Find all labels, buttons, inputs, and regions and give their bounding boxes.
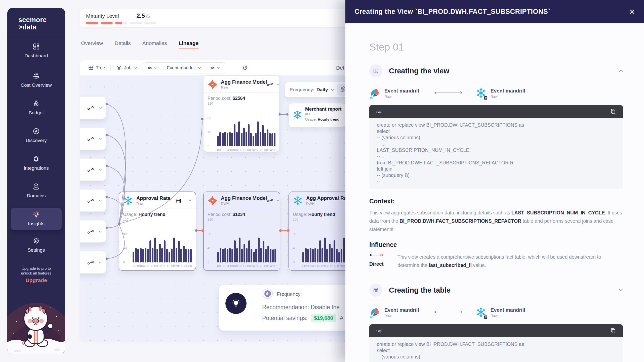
lineage-link-icon [87,137,94,141]
tab-overview[interactable]: Overview [81,40,103,49]
sidebar-item-discovery[interactable]: Discovery [7,127,65,143]
flow-from-label: Event mandrill [384,307,419,313]
node-merchant-report[interactable]: Merchant report KPI Usage: Hourly trend [289,103,346,127]
flow-to-label: Event mandrill [491,88,525,94]
table-badge-icon [484,96,488,100]
metric-value: $1234 [233,212,245,217]
snowflake-icon [293,110,302,119]
collapsed-node[interactable] [80,189,106,212]
copy-icon[interactable] [610,328,616,334]
collapsed-node[interactable] [80,251,106,274]
sidebar-item-dashboard[interactable]: Dashboard [7,43,65,59]
sql-language-label: sql [376,109,610,114]
sidebar-item-cost-overview[interactable]: Cost Overview [7,72,65,88]
snowflake-badge-icon [369,96,373,100]
discovery-icon [32,127,40,135]
collapsed-node[interactable] [80,127,106,150]
chevron-down-icon[interactable] [276,83,280,85]
detail-panel: Creating the View `BI_PROD.DWH.FACT_SUBS… [345,0,644,362]
upgrade-button[interactable]: Upgrade [7,277,65,284]
snowflake-icon [293,196,303,206]
chevron-down-icon[interactable] [99,231,102,233]
savings-trailing-text: A [340,315,343,322]
tab-lineage[interactable]: Lineage [179,40,198,49]
sidebar-item-domains[interactable]: Domains [7,183,65,199]
collapsed-node[interactable] [80,97,106,119]
sidebar-item-insights[interactable]: Insights [11,208,62,230]
tab-anomalies[interactable]: Anomalies [142,40,167,49]
node-title: Agg Finance Model [221,79,267,85]
toolbar-separator [231,65,231,71]
influence-heading: Influence [369,241,623,248]
tree-view-button[interactable]: Tree [88,65,105,71]
node-subtitle: Raw [136,202,176,206]
downstream-depth-dropdown[interactable]: ∞ [206,65,225,71]
chevron-down-icon[interactable] [99,169,102,171]
maturity-segment [86,22,98,24]
chevron-down-icon[interactable] [99,261,102,264]
sidebar-item-integrations[interactable]: Integrations [7,155,65,171]
infinity-icon: ∞ [148,65,152,71]
reset-view-button[interactable]: ↺ [243,65,248,71]
collapsed-node[interactable] [80,158,106,181]
lineage-link-icon[interactable] [267,82,273,87]
node-approval-rate[interactable]: Approval Rate Raw Usage: Hourly trend 12… [119,192,196,271]
copy-icon[interactable] [610,108,616,115]
chevron-down-icon[interactable] [188,199,192,202]
lineage-link-icon [87,230,94,234]
job-label: Job [124,65,131,71]
sidebar-item-label: Settings [7,247,65,253]
details-clipped-label[interactable]: Det [336,65,344,71]
section-title: Creating the view [389,67,619,75]
panel-header: Creating the View `BI_PROD.DWH.FACT_SUBS… [345,0,644,23]
node-agg-finance-model-raw[interactable]: Agg Finance Model Raw Period cost: $2564… [203,75,279,152]
node-agg-finance-model-dwh[interactable]: Agg Finance Model DWH Period cost: $1234… [203,192,280,271]
node-filter-dropdown[interactable]: Event mandrill [162,65,206,71]
chevron-down-icon[interactable] [99,200,102,202]
frequency-value-dropdown[interactable]: Daily [316,87,328,93]
budget-icon [32,100,40,107]
section-creating-the-table: Creating the table Event mandrill Raw [369,284,623,362]
usage-bar-chart: 1208040000:0004:0008:0012:0016:0020:0024… [123,220,192,270]
snowflake-icon [475,307,487,318]
savings-label: Potential savings: [262,315,307,322]
chevron-down-icon[interactable] [619,288,623,292]
flow-arrow-icon [434,91,464,96]
table-badge-icon [484,315,488,319]
frequency-ring-icon [262,288,273,300]
section-creating-the-view: Creating the view Event mandrill Raw [369,64,623,269]
cost-bar-chart: 1208040000:0004:0008:0012:0016:0020:0024… [208,220,276,270]
integrations-icon [32,155,40,163]
lightbulb-icon [225,293,247,314]
app-root: seemore >data DashboardCost OverviewBudg… [0,0,644,362]
table-icon[interactable] [176,198,182,203]
lineage-link-icon[interactable] [267,198,273,203]
chevron-down-icon [198,67,201,69]
logo: seemore >data [7,8,65,31]
close-icon[interactable]: × [629,7,635,17]
tab-details[interactable]: Details [115,40,131,49]
job-dropdown[interactable]: Job [116,65,137,71]
maturity-segment [144,22,156,24]
chevron-down-icon[interactable] [331,89,334,91]
chevron-down-icon[interactable] [99,107,102,109]
toolbar-separator [110,65,111,71]
chevron-down-icon[interactable] [276,199,280,202]
cost-icon [32,72,40,80]
view-card-icon [369,64,382,77]
section-header[interactable]: Creating the view [369,64,623,77]
logo-line1: seemore [18,16,65,24]
maturity-segment [130,22,142,24]
sidebar-item-settings[interactable]: Settings [7,237,65,253]
upstream-depth-dropdown[interactable]: ∞ [143,65,162,71]
section-divider [369,301,623,301]
chevron-down-icon[interactable] [99,138,102,140]
chevron-up-icon[interactable] [619,69,623,73]
tab-bar: OverviewDetailsAnomaliesLineage [81,40,198,49]
section-header[interactable]: Creating the table [369,284,623,297]
collapsed-node[interactable] [80,220,106,243]
metric-label: Period cost: [208,212,231,217]
flow-to-sublabel: Raw [491,95,525,99]
section-divider [369,82,623,82]
sidebar-item-budget[interactable]: Budget [7,100,65,116]
